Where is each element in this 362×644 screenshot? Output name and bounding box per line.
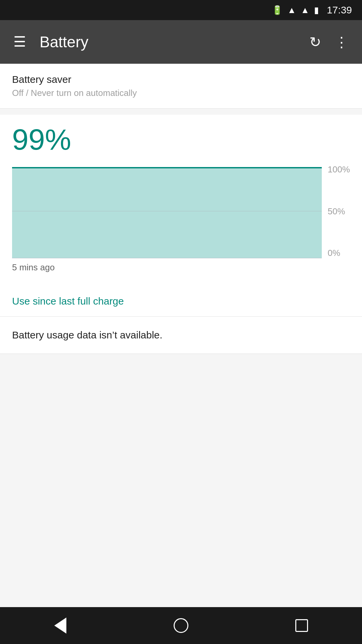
more-options-icon[interactable]: ⋮: [331, 31, 352, 54]
home-icon: [174, 618, 188, 633]
chart-baseline: [12, 258, 322, 258]
battery-saver-subtitle: Off / Never turn on automatically: [12, 88, 350, 98]
signal-icon: ▲: [301, 5, 309, 15]
menu-icon[interactable]: ☰: [10, 32, 29, 52]
chart-label-0: 0%: [328, 248, 350, 258]
app-bar: ☰ Battery ↻ ⋮: [0, 20, 362, 64]
chart-fill: [12, 167, 322, 258]
chart-label-50: 50%: [328, 206, 350, 217]
status-bar: 🔋 ▲ ▲ ▮ 17:39: [0, 0, 362, 20]
chart-area: 100% 50% 0%: [12, 164, 350, 258]
battery-saver-section[interactable]: Battery saver Off / Never turn on automa…: [0, 64, 362, 109]
status-time: 17:39: [327, 4, 352, 16]
chart-labels: 100% 50% 0%: [322, 164, 350, 258]
main-content: Battery saver Off / Never turn on automa…: [0, 64, 362, 607]
vibrate-icon: 🔋: [272, 5, 283, 15]
refresh-icon[interactable]: ↻: [306, 31, 324, 54]
battery-icon: ▮: [314, 5, 319, 15]
chart-midline: [12, 211, 322, 211]
chart-graph: [12, 164, 322, 258]
app-bar-actions: ↻ ⋮: [306, 31, 352, 54]
battery-percentage-section: 99% 100% 50% 0% 5 mins ago: [0, 115, 362, 286]
use-since-label[interactable]: Use since last full charge: [0, 286, 362, 317]
battery-usage-text: Battery usage data isn’t available.: [12, 329, 350, 341]
time-label: 5 mins ago: [12, 262, 350, 273]
page-title: Battery: [40, 33, 306, 51]
battery-chart-container: 100% 50% 0% 5 mins ago: [12, 161, 350, 276]
back-icon: [54, 618, 66, 634]
battery-percentage: 99%: [12, 125, 350, 154]
navigation-bar: [0, 607, 362, 644]
chart-label-100: 100%: [328, 164, 350, 175]
recents-icon: [295, 619, 308, 632]
status-icons: 🔋 ▲ ▲ ▮ 17:39: [272, 4, 352, 16]
wifi-icon: ▲: [287, 5, 296, 15]
battery-usage-section: Battery usage data isn’t available.: [0, 317, 362, 354]
back-button[interactable]: [47, 612, 74, 639]
battery-saver-title: Battery saver: [12, 74, 350, 85]
home-button[interactable]: [168, 612, 194, 639]
recents-button[interactable]: [288, 612, 315, 639]
